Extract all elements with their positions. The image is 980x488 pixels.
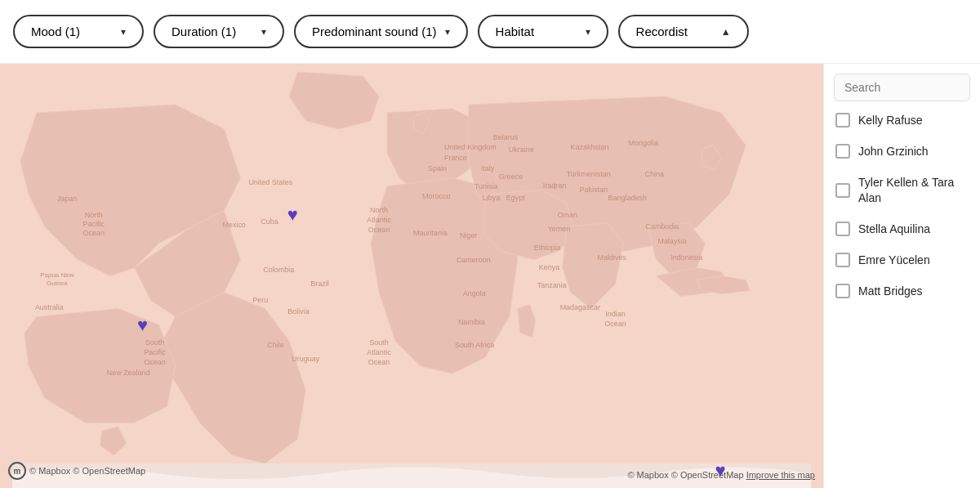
svg-text:Brazil: Brazil [310,280,328,288]
chevron-icon-predominant-sound: ▾ [445,26,450,38]
chevron-icon-recordist: ▲ [721,26,731,38]
svg-text:Morocco: Morocco [422,192,450,200]
recordist-name-matt: Matt Bridges [858,284,923,298]
svg-text:Bangladesh: Bangladesh [608,194,647,202]
svg-text:Namibia: Namibia [458,318,485,326]
svg-text:North: North [370,206,388,214]
svg-text:Ocean: Ocean [144,358,165,366]
filter-btn-predominant-sound[interactable]: Predominant sound (1)▾ [294,15,468,48]
recordist-name-john: John Grzinich [858,144,929,159]
filter-label-recordist: Recordist [636,25,688,38]
svg-text:♥: ♥ [137,315,148,335]
svg-text:United States: United States [248,178,292,186]
svg-text:North: North [85,211,103,219]
svg-text:Papua New: Papua New [40,271,74,279]
filter-label-mood: Mood (1) [31,25,80,38]
filter-label-duration: Duration (1) [172,25,236,38]
svg-text:Colombia: Colombia [263,266,294,274]
svg-text:United Kingdom: United Kingdom [444,143,497,151]
svg-text:Guinea: Guinea [47,280,68,287]
svg-text:Iran: Iran [554,181,566,190]
svg-text:Ocean: Ocean [604,320,626,328]
svg-text:Oman: Oman [558,211,577,219]
svg-text:Cambodia: Cambodia [645,222,679,231]
mapbox-label: © Mapbox © OpenStreetMap [29,466,145,476]
filter-btn-duration[interactable]: Duration (1)▾ [154,15,284,48]
svg-text:Pacific: Pacific [83,220,105,228]
filter-btn-habitat[interactable]: Habitat▾ [478,15,608,48]
svg-text:Madagascar: Madagascar [560,303,600,311]
svg-text:Indonesia: Indonesia [670,253,702,262]
svg-text:South: South [145,338,164,347]
svg-text:Kazakhstan: Kazakhstan [571,143,609,151]
recordist-checkbox-kelly[interactable] [835,113,850,128]
main-content: Japan North Pacific Ocean United States … [0,64,980,488]
svg-text:Spain: Spain [428,164,447,172]
recordist-name-tyler: Tyler Kellen & Tara Alan [858,175,969,204]
svg-text:Ocean: Ocean [368,226,390,234]
recordist-item-emre[interactable]: Emre Yücelen [834,248,970,272]
filter-btn-recordist[interactable]: Recordist▲ [618,15,749,48]
svg-text:Ocean: Ocean [368,358,390,366]
improve-map-link[interactable]: Improve this map [746,470,815,480]
svg-text:Ethiopia: Ethiopia [534,244,560,252]
svg-text:Malaysia: Malaysia [657,237,686,245]
recordist-checkbox-matt[interactable] [835,284,850,298]
recordist-search[interactable] [834,74,970,101]
svg-text:Tunisia: Tunisia [474,182,498,190]
svg-text:Libya: Libya [483,194,500,202]
recordist-checkbox-emre[interactable] [835,253,850,267]
recordist-name-kelly: Kelly Rafuse [858,113,923,128]
recordist-item-tyler[interactable]: Tyler Kellen & Tara Alan [834,170,970,209]
recordist-name-stella: Stella Aquilina [858,222,930,236]
filter-bar: Mood (1)▾Duration (1)▾Predominant sound … [0,0,980,64]
chevron-icon-mood: ▾ [121,26,126,38]
recordist-item-stella[interactable]: Stella Aquilina [834,217,970,241]
filter-btn-mood[interactable]: Mood (1)▾ [13,15,144,48]
svg-text:Japan: Japan [57,195,77,203]
recordist-checkbox-stella[interactable] [835,222,850,236]
svg-text:Mauritania: Mauritania [413,229,448,237]
chevron-icon-habitat: ▾ [586,26,590,38]
svg-text:South Africa: South Africa [455,341,494,349]
svg-text:Atlantic: Atlantic [367,348,391,356]
svg-text:Indian: Indian [605,310,625,318]
recordist-name-emre: Emre Yücelen [858,253,930,267]
mapbox-logo: m © Mapbox © OpenStreetMap [8,462,145,480]
svg-text:Niger: Niger [460,231,477,240]
svg-text:Kenya: Kenya [539,263,559,271]
world-map: Japan North Pacific Ocean United States … [0,64,823,488]
svg-text:Tanzania: Tanzania [537,281,567,289]
svg-text:Chile: Chile [267,341,283,349]
recordist-item-matt[interactable]: Matt Bridges [834,279,970,303]
svg-text:Italy: Italy [481,164,495,172]
recordist-checkbox-john[interactable] [835,144,850,159]
mapbox-logo-icon: m [8,462,26,480]
map-container[interactable]: Japan North Pacific Ocean United States … [0,64,823,488]
filter-label-predominant-sound: Predominant sound (1) [312,25,437,38]
svg-text:♥: ♥ [287,204,298,225]
svg-text:New Zealand: New Zealand [107,369,150,377]
svg-text:France: France [444,154,467,162]
recordist-checkbox-tyler[interactable] [835,183,850,198]
svg-text:Uruguay: Uruguay [292,355,319,363]
svg-text:Ocean: Ocean [83,229,105,237]
recordist-sidebar: Kelly Rafuse John Grzinich Tyler Kellen … [823,64,980,488]
svg-text:Egypt: Egypt [506,194,525,202]
svg-text:Pacific: Pacific [144,348,166,356]
svg-text:Atlantic: Atlantic [367,216,391,224]
recordist-item-kelly[interactable]: Kelly Rafuse [834,108,970,132]
chevron-icon-duration: ▾ [261,26,266,38]
svg-text:Ukraine: Ukraine [509,146,534,154]
svg-text:Australia: Australia [35,303,64,311]
recordist-item-john[interactable]: John Grzinich [834,139,970,163]
svg-text:Mongolia: Mongolia [628,139,657,147]
svg-text:South: South [369,338,388,347]
svg-text:Belarus: Belarus [493,133,519,141]
svg-text:Pakistan: Pakistan [580,186,608,194]
svg-text:Yemen: Yemen [548,225,571,233]
svg-text:Peru: Peru [252,296,268,304]
svg-text:Maldives: Maldives [598,253,627,262]
svg-text:China: China [644,170,663,178]
svg-text:Turkmenistan: Turkmenistan [567,170,611,178]
